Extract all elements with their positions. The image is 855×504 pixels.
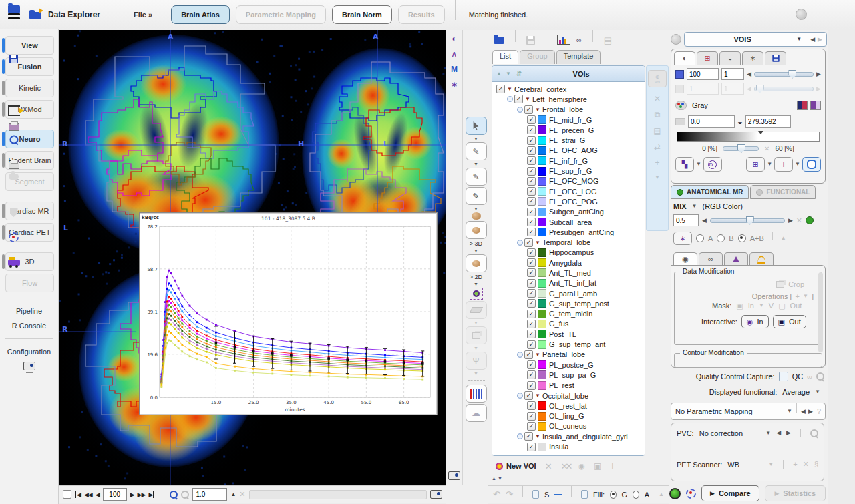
voi-color-swatch[interactable] [538,228,546,236]
more-actions-icon[interactable]: ▼ [655,174,660,180]
eraser-3d-caret-icon[interactable]: ▼ [474,346,478,350]
tab-settings-gear[interactable]: ◉ [673,252,697,266]
channel-ab-radio[interactable] [738,234,746,242]
displayed-functional-value[interactable]: Average [782,388,810,396]
vois-caret-icon[interactable]: ▼ [796,37,802,42]
select-tool-caret-icon[interactable]: ▼ [474,136,478,141]
voi-row[interactable]: ✓Ant_TL_med [494,268,645,278]
zoom-step-up-icon[interactable]: ▲ [230,492,236,497]
voi-checkbox[interactable]: ✓ [527,360,536,369]
voi-checkbox[interactable]: ✓ [514,95,523,103]
voi-checkbox[interactable]: ✓ [527,156,536,165]
layer-left-icon[interactable]: ◀ [747,71,751,77]
scanner-delete-icon[interactable]: ✕ [803,461,809,468]
voi-checkbox[interactable]: ✓ [527,289,536,298]
pvc-prev-icon[interactable]: ◀ [776,430,781,436]
voi-row[interactable]: ✓OL_cuneus [494,421,645,431]
brush-3d-button[interactable] [466,221,487,239]
min-value-input[interactable] [688,115,735,128]
displayed-functional-caret-icon[interactable]: ▼ [815,389,820,395]
pvc-value[interactable]: No correction [699,429,743,437]
voi-color-swatch[interactable] [538,360,546,369]
paint-tool-button[interactable]: ✎ [466,187,487,205]
scanner-settings-icon[interactable]: § [814,461,818,468]
voi-group-row[interactable]: ✓▼Parietal_lobe [494,350,645,360]
voi-row[interactable]: ✓Ant_TL_inf_lat [494,278,645,288]
voi-color-swatch[interactable] [538,268,546,277]
brush-2d-caret-icon[interactable]: ▼ [474,282,478,286]
channel-a-radio[interactable] [696,234,704,242]
hidden-layer-right-icon[interactable]: ▶ [816,86,821,92]
tree-node-icon[interactable] [507,96,513,102]
vois-next-icon[interactable]: ▶ [818,37,822,43]
tac-chart-overlay[interactable]: 0.019.639.158.778.215.025.035.045.055.06… [139,212,438,415]
voi-checkbox[interactable]: ✓ [524,350,533,359]
copy-voi-icon[interactable]: ⧉ [655,110,661,119]
voi-checkbox[interactable]: ✓ [524,105,533,114]
percent-slider[interactable] [723,146,759,151]
voi-color-swatch[interactable] [538,289,546,298]
voi-color-swatch[interactable] [538,177,546,186]
tree-node-icon[interactable] [517,433,523,439]
voi-row[interactable]: ✓FL_OFC_POG [494,196,645,206]
pvc-caret-icon[interactable]: ▼ [765,431,771,436]
tab-chain[interactable]: ∞ [699,252,723,266]
frame-input[interactable] [103,488,127,501]
first-frame-button[interactable]: ◀ [75,491,81,498]
tab-layout[interactable]: ⊞ [697,51,718,65]
interactive-in-button[interactable]: ◉ In [741,315,769,328]
voi-color-swatch[interactable] [538,381,546,390]
layer-step-input[interactable] [721,68,744,80]
tab-template[interactable]: Template [556,50,601,64]
voi-row[interactable]: ✓FL_mid_fr_G [494,115,645,125]
tree-node-icon[interactable] [517,352,523,358]
parametric-mapping-selector[interactable]: No Parametric Mapping ▼ ◀ ▶ ? [671,403,826,420]
sidebar-item-flow[interactable]: Flow [5,274,54,292]
crop-button[interactable]: Crop [788,280,804,288]
pet-scanner-value[interactable]: WB [727,461,739,469]
adjust-tool-caret-icon[interactable]: ▼ [474,162,478,166]
tab-group[interactable]: Group [520,50,555,64]
voi-row[interactable]: ✓PL_postce_G [494,360,645,370]
show-contours-checkbox[interactable] [532,490,539,499]
qc-checkbox[interactable] [779,372,788,381]
voi-row[interactable]: ✓OL_rest_lat [494,401,645,411]
voi-row[interactable]: ✓PL_sup_pa_G [494,370,645,380]
voi-checkbox[interactable]: ✓ [527,279,536,288]
panel-splitter[interactable]: ▲ ▼ [492,476,644,481]
percent-reset-icon[interactable]: ✕ [764,146,770,152]
layer-slider[interactable] [754,72,814,77]
magnify-icon[interactable] [9,135,18,144]
voi-color-swatch[interactable] [538,125,546,134]
operations-plus-icon[interactable]: + [796,293,800,300]
mix-right-icon[interactable]: ▶ [788,218,793,224]
layout-orthogonal-icon[interactable]: ◐ [452,34,456,43]
zoom-factor-input[interactable] [192,488,227,501]
group-tools-icon[interactable]: ▤ [604,36,612,45]
voi-row[interactable]: ✓FL_sup_fr_G [494,166,645,176]
colormap-name[interactable]: Gray [692,101,708,109]
voi-checkbox[interactable]: ✓ [527,187,536,196]
voi-group-row[interactable]: ✓▼Temporal_lobe [494,237,645,247]
layout-grid-button[interactable]: ▚ [675,157,694,172]
threshold-icon[interactable]: ◒ [737,117,743,126]
eraser-3d-button[interactable] [466,326,487,344]
voi-row[interactable]: ✓FL_inf_fr_G [494,156,645,166]
tab-functional[interactable]: FUNCTIONAL [750,185,816,199]
hidden-layer-value-input[interactable] [687,83,719,95]
mirror-voi-icon[interactable]: ⇄ [654,142,661,152]
voi-checkbox[interactable]: ✓ [527,218,536,226]
voi-checkbox[interactable]: ✓ [527,146,536,155]
load-voi-icon[interactable] [494,37,504,44]
tab-list[interactable]: List [492,50,518,64]
rotate-icon[interactable]: ∗ [451,80,458,89]
voi-color-swatch[interactable] [538,310,546,318]
blend-mode-button[interactable]: ∗ [673,232,692,245]
tab-save-view[interactable] [765,51,786,65]
move-voi-button[interactable]: ⊕voi [648,70,667,87]
save-icon[interactable] [9,55,18,63]
brain-segments-button[interactable]: ☁ [466,404,487,422]
print-disabled-icon[interactable] [9,162,19,169]
tab-curve[interactable] [749,252,774,266]
eraser-caret-icon[interactable]: ▼ [474,320,478,325]
